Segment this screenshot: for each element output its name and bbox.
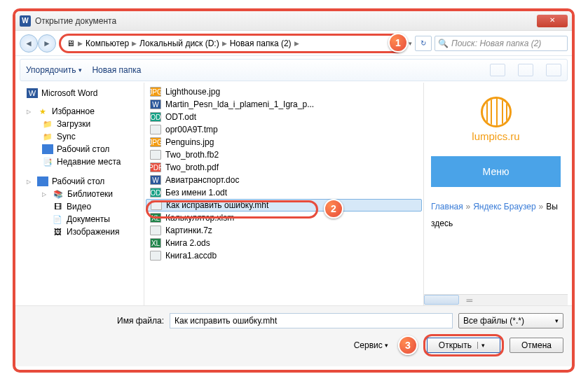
file-row[interactable]: PDFTwo_broth.pdf [146,161,422,174]
folder-icon: 📁 [42,119,53,129]
organize-label: Упорядочить [26,65,76,75]
generic-file-icon [150,251,161,261]
desktop-icon [42,144,53,154]
file-name: Картинки.7z [165,226,212,235]
jpg-file-icon: JPG [150,87,161,97]
sidebar-item-desktop[interactable]: Рабочий стол [21,143,142,155]
sidebar-item-recent[interactable]: 📑Недавние места [21,155,142,168]
breadcrumb-bar[interactable]: 🖥 ▶ Компьютер ▶ Локальный диск (D:) ▶ Но… [59,34,406,53]
sidebar-item-desktop-root[interactable]: ▷Рабочий стол [21,175,142,188]
preview-pane-button[interactable] [518,64,533,76]
file-row[interactable]: opr00A9T.tmp [146,123,422,136]
search-input[interactable]: 🔍 Поиск: Новая папка (2) [435,36,568,51]
chevron-right-icon: ▶ [222,40,227,47]
titlebar: W Открытие документа ✕ [15,11,572,31]
desktop-icon [37,176,48,186]
generic-file-icon [150,150,161,160]
file-name: Two_broth.pdf [165,162,219,172]
crumb-folder[interactable]: Новая папка (2) [230,39,292,48]
file-name: Калькулятор.xlsm [165,213,234,223]
file-name: Two_broth.fb2 [165,150,219,160]
expand-icon: ▷ [27,179,34,185]
dialog-body: WMicrosoft Word ▷★Избранное 📁Загрузки 📁S… [20,83,568,305]
sidebar-item-video[interactable]: 🎞Видео [21,200,142,213]
jpg-file-icon: JPG [150,137,161,147]
file-row[interactable]: JPGLighthouse.jpg [146,85,422,98]
file-row[interactable]: Как исправить ошибку.mht [146,199,422,212]
file-name: Авиатранспорт.doc [165,175,239,185]
search-placeholder: Поиск: Новая папка (2) [451,39,541,48]
preview-menu-button[interactable]: Меню [431,156,561,187]
nav-forward-button[interactable]: ► [38,34,56,53]
recent-icon: 📑 [42,157,53,167]
annotation-marker-2: 2 [324,199,343,219]
open-button[interactable]: Открыть ▾ [427,338,500,353]
star-icon: ★ [37,106,48,116]
chevron-down-icon: ▾ [78,67,82,74]
nav-buttons: ◄ ► [20,34,56,53]
generic-file-icon [151,200,162,210]
open-split-icon[interactable]: ▾ [477,342,488,349]
preview-scrollbar[interactable]: ≡≡ [424,294,568,305]
sidebar: WMicrosoft Word ▷★Избранное 📁Загрузки 📁S… [20,83,144,305]
organize-menu[interactable]: Упорядочить ▾ [26,65,82,75]
file-row[interactable]: Two_broth.fb2 [146,148,422,161]
sidebar-item-libraries[interactable]: ▷📚Библиотеки [21,188,142,200]
cancel-button[interactable]: Отмена [510,338,563,353]
annotation-marker-3: 3 [398,335,418,355]
sidebar-item-favorites[interactable]: ▷★Избранное [21,105,142,118]
crumb-disk-d[interactable]: Локальный диск (D:) [139,39,219,48]
tools-menu[interactable]: Сервис ▾ [354,340,388,350]
file-name: Martin_Pesn_lda_i_plameni_1_Igra_p... [165,99,314,109]
sidebar-item-downloads[interactable]: 📁Загрузки [21,118,142,130]
libraries-icon: 📚 [53,189,64,199]
expand-icon: ▷ [42,191,49,198]
preview-link-yandex[interactable]: Яндекс Браузер [473,202,536,212]
file-row[interactable]: WMartin_Pesn_lda_i_plameni_1_Igra_p... [146,98,422,111]
sidebar-item-sync[interactable]: 📁Sync [21,130,142,143]
file-name: Без имени 1.odt [165,188,227,198]
xls-file-icon: XL [150,213,161,223]
filename-input[interactable]: Как исправить ошибку.mht [170,313,453,328]
file-row[interactable]: Книга1.accdb [146,249,422,262]
folder-icon: 📁 [42,132,53,141]
view-mode-button[interactable] [490,64,505,76]
preview-brand: lumpics.ru [431,130,561,142]
file-row[interactable]: ODБез имени 1.odt [146,186,422,199]
expand-icon: ▷ [27,109,34,115]
documents-icon: 📄 [52,214,63,224]
new-folder-button[interactable]: Новая папка [92,65,141,75]
nav-back-button[interactable]: ◄ [20,34,38,53]
sidebar-item-word[interactable]: WMicrosoft Word [21,87,142,99]
breadcrumb-dropdown-icon[interactable]: ▾ [409,40,412,47]
help-button[interactable] [546,64,561,76]
file-row[interactable]: XLКнига 2.ods [146,237,422,249]
file-name: Lighthouse.jpg [165,87,220,97]
file-name: ODT.odt [165,112,196,122]
preview-pane: lumpics.ru Меню Главная » Яндекс Браузер… [423,83,568,305]
word-file-icon: W [150,175,161,185]
sidebar-item-pictures[interactable]: 🖼Изображения [21,226,142,238]
scrollbar-thumb[interactable] [424,295,459,305]
computer-icon: 🖥 [67,39,75,48]
refresh-button[interactable]: ↻ [415,36,432,51]
odt-file-icon: OD [150,188,161,198]
crumb-computer[interactable]: Компьютер [86,39,129,48]
file-row[interactable]: ODODT.odt [146,111,422,123]
preview-link-home[interactable]: Главная [431,202,463,212]
file-type-filter[interactable]: Все файлы (*.*) ▾ [458,313,563,328]
file-list[interactable]: 2 JPGLighthouse.jpgWMartin_Pesn_lda_i_pl… [144,83,423,305]
file-row[interactable]: WАвиатранспорт.doc [146,174,422,186]
sidebar-item-documents[interactable]: 📄Документы [21,213,142,226]
dialog-footer: Имя файла: Как исправить ошибку.mht Все … [15,305,572,366]
preview-logo: lumpics.ru [431,97,561,142]
xls-file-icon: XL [150,238,161,248]
chevron-right-icon: ▶ [294,40,299,47]
file-row[interactable]: Картинки.7z [146,224,422,237]
generic-file-icon [150,226,161,235]
file-name: Penguins.jpg [165,137,214,147]
window-title: Открытие документа [35,16,537,26]
file-row[interactable]: XLКалькулятор.xlsm [146,212,422,224]
close-button[interactable]: ✕ [537,15,568,27]
file-row[interactable]: JPGPenguins.jpg [146,136,422,148]
